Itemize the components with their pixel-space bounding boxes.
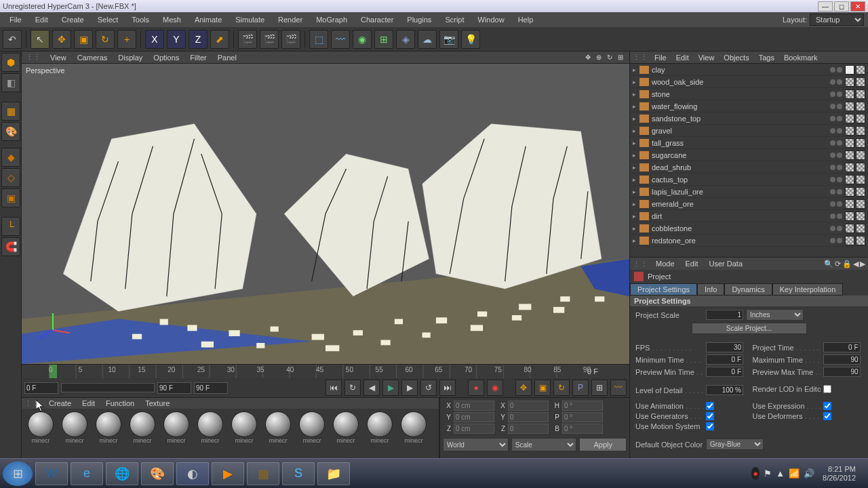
- project-scale-input[interactable]: [706, 310, 743, 320]
- cube-primitive[interactable]: ⬚: [309, 30, 328, 49]
- coord-scale-select[interactable]: Scale: [511, 438, 577, 451]
- scale-tool[interactable]: ▣: [74, 30, 93, 49]
- task-word[interactable]: W: [35, 462, 68, 485]
- object-row[interactable]: ▸tall_grass: [630, 137, 868, 149]
- object-manager[interactable]: ▸clay▸wood_oak_side▸stone▸water_flowing▸…: [630, 64, 868, 257]
- select-tool[interactable]: ↖: [31, 30, 50, 49]
- object-row[interactable]: ▸dead_shrub: [630, 161, 868, 174]
- use-anim-checkbox[interactable]: [706, 402, 714, 410]
- menu-help[interactable]: Help: [513, 14, 539, 26]
- step-fwd-button[interactable]: ▶: [401, 380, 418, 396]
- object-row[interactable]: ▸wood_oak_side: [630, 76, 868, 88]
- object-row[interactable]: ▸dirt: [630, 210, 868, 222]
- key-param-button[interactable]: P: [572, 380, 589, 396]
- edge-mode[interactable]: ◇: [1, 168, 20, 187]
- nurbs-tool[interactable]: ◉: [353, 30, 372, 49]
- matmenu-function[interactable]: Function: [102, 399, 138, 408]
- move-tool[interactable]: ✥: [52, 30, 71, 49]
- menu-create[interactable]: Create: [56, 14, 90, 26]
- material-item[interactable]: minecr: [228, 411, 260, 444]
- preview-max-input[interactable]: [823, 367, 861, 377]
- matmenu-edit[interactable]: Edit: [78, 399, 99, 408]
- timeline-slider[interactable]: [61, 383, 155, 392]
- array-tool[interactable]: ⊞: [374, 30, 393, 49]
- max-time-input[interactable]: [823, 354, 861, 365]
- tray-volume-icon[interactable]: 🔊: [804, 468, 814, 479]
- object-row[interactable]: ▸cobblestone: [630, 222, 868, 235]
- vpmenu-filter[interactable]: Filter: [186, 52, 210, 63]
- menu-mograph[interactable]: MoGraph: [311, 14, 353, 26]
- object-row[interactable]: ▸emerald_ore: [630, 198, 868, 210]
- material-item[interactable]: minecr: [24, 411, 57, 444]
- lod-input[interactable]: [706, 385, 743, 395]
- coord-system[interactable]: ⬈: [210, 30, 229, 49]
- vp-nav-rotate-icon[interactable]: ↻: [605, 53, 614, 62]
- menu-simulate[interactable]: Simulate: [230, 14, 270, 26]
- menu-mesh[interactable]: Mesh: [157, 14, 186, 26]
- project-scale-unit[interactable]: Inches: [746, 309, 804, 321]
- viewport-grip-icon[interactable]: ⋮⋮: [26, 53, 41, 62]
- vp-nav-layout-icon[interactable]: ⊞: [616, 53, 625, 62]
- tray-record-icon[interactable]: ●: [751, 467, 760, 480]
- attr-tab-dynamics[interactable]: Dynamics: [724, 283, 772, 296]
- task-media[interactable]: ▶: [212, 462, 244, 485]
- light-tool[interactable]: 💡: [461, 30, 480, 49]
- loop-button[interactable]: ↻: [344, 380, 361, 396]
- render-settings[interactable]: 🎬: [281, 30, 300, 49]
- menu-character[interactable]: Character: [355, 14, 399, 26]
- material-item[interactable]: minecr: [262, 411, 294, 444]
- vp-nav-move-icon[interactable]: ✥: [583, 53, 593, 62]
- tray-flag-icon[interactable]: ⚑: [764, 468, 772, 479]
- place-tool[interactable]: +: [117, 30, 136, 49]
- start-button[interactable]: ⊞: [3, 462, 33, 486]
- render-view[interactable]: 🎬: [238, 30, 257, 49]
- model-mode[interactable]: ◧: [1, 73, 20, 92]
- object-row[interactable]: ▸stone: [630, 88, 868, 100]
- x-axis-lock[interactable]: X: [145, 30, 164, 49]
- task-chrome[interactable]: 🌐: [106, 462, 138, 485]
- matmenu-create[interactable]: Create: [45, 399, 75, 408]
- play-button[interactable]: ▶: [382, 380, 399, 396]
- coord-x[interactable]: [454, 401, 494, 411]
- polygon-mode[interactable]: ▣: [1, 188, 20, 207]
- rotate-tool[interactable]: ↻: [96, 30, 115, 49]
- render-region[interactable]: 🎬: [260, 30, 279, 49]
- object-row[interactable]: ▸cactus_top: [630, 174, 868, 186]
- min-time-input[interactable]: [706, 354, 743, 365]
- timeline-ruler[interactable]: 051015202530354045505560657075808590 0 F: [22, 365, 629, 378]
- vpmenu-view[interactable]: View: [46, 52, 71, 63]
- render-lod-checkbox[interactable]: [823, 385, 831, 393]
- timeline-end-input[interactable]: [194, 382, 228, 394]
- environment-tool[interactable]: ☁: [418, 30, 437, 49]
- material-item[interactable]: minecr: [363, 411, 396, 444]
- viewport-3d[interactable]: Perspective: [22, 64, 629, 364]
- objmenu-bookmark[interactable]: Bookmark: [780, 52, 822, 63]
- make-editable[interactable]: ⬢: [1, 53, 20, 72]
- coord-b[interactable]: [562, 424, 603, 434]
- scale-project-button[interactable]: Scale Project...: [692, 323, 807, 334]
- task-explorer[interactable]: 📁: [317, 462, 350, 485]
- material-item[interactable]: minecr: [296, 411, 328, 444]
- deformer-tool[interactable]: ◈: [396, 30, 415, 49]
- project-time-input[interactable]: [823, 342, 861, 352]
- task-ie[interactable]: e: [71, 462, 103, 485]
- point-mode[interactable]: ◆: [1, 148, 20, 167]
- object-mode[interactable]: ▦: [1, 102, 20, 121]
- task-skype[interactable]: S: [282, 462, 315, 485]
- coord-h[interactable]: [562, 401, 603, 411]
- record-button[interactable]: ●: [468, 380, 484, 396]
- taskbar-clock[interactable]: 8:21 PM8/26/2012: [818, 465, 860, 483]
- vp-nav-zoom-icon[interactable]: ⊕: [594, 53, 604, 62]
- object-row[interactable]: ▸clay: [630, 64, 868, 76]
- material-item[interactable]: minecr: [126, 411, 159, 444]
- object-row[interactable]: ▸water_flowing: [630, 100, 868, 113]
- task-minecraft[interactable]: ▦: [247, 462, 279, 485]
- fps-input[interactable]: [706, 342, 743, 352]
- menu-window[interactable]: Window: [473, 14, 510, 26]
- goto-start-button[interactable]: ⏮: [326, 380, 342, 396]
- task-c4d[interactable]: ◐: [176, 462, 209, 485]
- tray-up-icon[interactable]: ▲: [776, 468, 785, 479]
- tray-network-icon[interactable]: 📶: [789, 468, 800, 479]
- layout-select[interactable]: Startup: [810, 14, 864, 26]
- autokey-button[interactable]: ◉: [487, 380, 503, 396]
